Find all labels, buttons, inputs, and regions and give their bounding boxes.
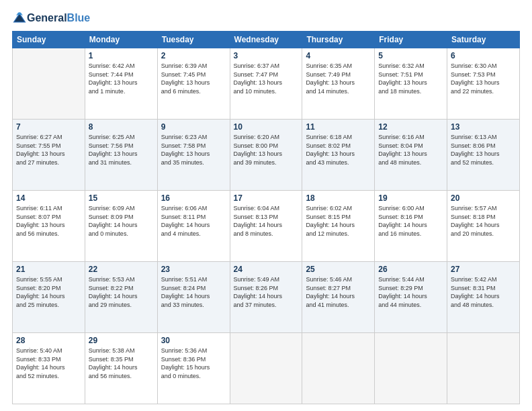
calendar-cell: 1Sunrise: 6:42 AMSunset: 7:44 PMDaylight… [85, 48, 157, 120]
calendar-cell: 5Sunrise: 6:32 AMSunset: 7:51 PMDaylight… [375, 48, 447, 120]
calendar-cell: 24Sunrise: 5:49 AMSunset: 8:26 PMDayligh… [230, 262, 302, 333]
calendar-week-2: 7Sunrise: 6:27 AMSunset: 7:55 PMDaylight… [13, 120, 520, 191]
day-info: Sunrise: 6:42 AMSunset: 7:44 PMDaylight:… [89, 62, 154, 95]
calendar-cell: 21Sunrise: 5:55 AMSunset: 8:20 PMDayligh… [13, 262, 85, 333]
calendar-header-row: SundayMondayTuesdayWednesdayThursdayFrid… [13, 32, 520, 48]
calendar-cell: 14Sunrise: 6:11 AMSunset: 8:07 PMDayligh… [13, 191, 85, 262]
day-number: 23 [161, 265, 226, 274]
day-info: Sunrise: 6:00 AMSunset: 8:16 PMDaylight:… [378, 204, 443, 238]
calendar-cell: 20Sunrise: 5:57 AMSunset: 8:18 PMDayligh… [447, 191, 520, 262]
day-info: Sunrise: 6:06 AMSunset: 8:11 PMDaylight:… [161, 204, 226, 238]
day-number: 15 [89, 193, 154, 203]
calendar-cell: 28Sunrise: 5:40 AMSunset: 8:33 PMDayligh… [13, 333, 85, 404]
day-info: Sunrise: 5:44 AMSunset: 8:29 PMDaylight:… [378, 275, 443, 309]
day-info: Sunrise: 6:09 AMSunset: 8:09 PMDaylight:… [89, 204, 154, 238]
logo-general: General [27, 12, 67, 24]
day-number: 6 [451, 51, 516, 60]
logo-icon [12, 11, 27, 26]
day-info: Sunrise: 6:39 AMSunset: 7:45 PMDaylight:… [161, 62, 226, 95]
day-header-friday: Friday [375, 32, 447, 48]
day-info: Sunrise: 5:38 AMSunset: 8:35 PMDaylight:… [89, 347, 154, 380]
calendar-cell: 26Sunrise: 5:44 AMSunset: 8:29 PMDayligh… [375, 262, 447, 333]
day-number: 10 [234, 122, 299, 132]
logo-blue-text: Blue [67, 12, 91, 24]
day-number: 7 [16, 122, 81, 132]
day-number: 18 [306, 193, 371, 203]
day-info: Sunrise: 6:27 AMSunset: 7:55 PMDaylight:… [16, 133, 81, 167]
calendar-cell: 8Sunrise: 6:25 AMSunset: 7:56 PMDaylight… [85, 120, 157, 191]
calendar-week-3: 14Sunrise: 6:11 AMSunset: 8:07 PMDayligh… [13, 191, 520, 262]
calendar-week-4: 21Sunrise: 5:55 AMSunset: 8:20 PMDayligh… [13, 262, 520, 333]
day-number: 2 [161, 51, 226, 60]
calendar-cell: 11Sunrise: 6:18 AMSunset: 8:02 PMDayligh… [302, 120, 375, 191]
day-info: Sunrise: 6:02 AMSunset: 8:15 PMDaylight:… [306, 204, 371, 238]
day-info: Sunrise: 6:13 AMSunset: 8:06 PMDaylight:… [451, 133, 516, 167]
calendar-cell: 23Sunrise: 5:51 AMSunset: 8:24 PMDayligh… [157, 262, 230, 333]
calendar-cell [302, 333, 375, 404]
calendar-cell: 2Sunrise: 6:39 AMSunset: 7:45 PMDaylight… [157, 48, 230, 120]
day-number: 28 [16, 336, 81, 345]
calendar-cell: 10Sunrise: 6:20 AMSunset: 8:00 PMDayligh… [230, 120, 302, 191]
day-number: 1 [89, 51, 154, 60]
day-info: Sunrise: 5:51 AMSunset: 8:24 PMDaylight:… [161, 275, 226, 309]
day-info: Sunrise: 6:25 AMSunset: 7:56 PMDaylight:… [89, 133, 154, 167]
day-number: 12 [378, 122, 443, 132]
day-info: Sunrise: 5:42 AMSunset: 8:31 PMDaylight:… [451, 275, 516, 309]
calendar-cell: 4Sunrise: 6:35 AMSunset: 7:49 PMDaylight… [302, 48, 375, 120]
calendar-week-5: 28Sunrise: 5:40 AMSunset: 8:33 PMDayligh… [13, 333, 520, 404]
header: GeneralBlue [12, 11, 520, 26]
calendar-cell: 29Sunrise: 5:38 AMSunset: 8:35 PMDayligh… [85, 333, 157, 404]
day-header-monday: Monday [85, 32, 157, 48]
day-info: Sunrise: 6:11 AMSunset: 8:07 PMDaylight:… [16, 204, 81, 238]
calendar-cell: 17Sunrise: 6:04 AMSunset: 8:13 PMDayligh… [230, 191, 302, 262]
day-info: Sunrise: 6:18 AMSunset: 8:02 PMDaylight:… [306, 133, 371, 167]
calendar-cell: 9Sunrise: 6:23 AMSunset: 7:58 PMDaylight… [157, 120, 230, 191]
calendar-cell: 12Sunrise: 6:16 AMSunset: 8:04 PMDayligh… [375, 120, 447, 191]
day-number: 27 [451, 265, 516, 274]
calendar-cell: 15Sunrise: 6:09 AMSunset: 8:09 PMDayligh… [85, 191, 157, 262]
day-number: 25 [306, 265, 371, 274]
day-info: Sunrise: 5:55 AMSunset: 8:20 PMDaylight:… [16, 275, 81, 309]
day-number: 17 [234, 193, 299, 203]
calendar-cell: 18Sunrise: 6:02 AMSunset: 8:15 PMDayligh… [302, 191, 375, 262]
calendar-cell: 22Sunrise: 5:53 AMSunset: 8:22 PMDayligh… [85, 262, 157, 333]
day-number: 14 [16, 193, 81, 203]
day-info: Sunrise: 6:35 AMSunset: 7:49 PMDaylight:… [306, 62, 371, 95]
day-number: 26 [378, 265, 443, 274]
day-number: 24 [234, 265, 299, 274]
day-number: 20 [451, 193, 516, 203]
day-header-thursday: Thursday [302, 32, 375, 48]
day-number: 4 [306, 51, 371, 60]
calendar-table: SundayMondayTuesdayWednesdayThursdayFrid… [12, 31, 520, 404]
day-number: 9 [161, 122, 226, 132]
day-header-wednesday: Wednesday [230, 32, 302, 48]
day-info: Sunrise: 5:40 AMSunset: 8:33 PMDaylight:… [16, 347, 81, 380]
day-number: 29 [89, 336, 154, 345]
day-info: Sunrise: 6:30 AMSunset: 7:53 PMDaylight:… [451, 62, 516, 95]
day-number: 5 [378, 51, 443, 60]
calendar-cell: 16Sunrise: 6:06 AMSunset: 8:11 PMDayligh… [157, 191, 230, 262]
day-number: 11 [306, 122, 371, 132]
calendar-cell [375, 333, 447, 404]
calendar-cell [13, 48, 85, 120]
day-header-saturday: Saturday [447, 32, 520, 48]
calendar-cell: 7Sunrise: 6:27 AMSunset: 7:55 PMDaylight… [13, 120, 85, 191]
day-info: Sunrise: 6:16 AMSunset: 8:04 PMDaylight:… [378, 133, 443, 167]
calendar-cell: 27Sunrise: 5:42 AMSunset: 8:31 PMDayligh… [447, 262, 520, 333]
day-header-sunday: Sunday [13, 32, 85, 48]
logo: GeneralBlue [12, 11, 90, 26]
calendar-cell: 6Sunrise: 6:30 AMSunset: 7:53 PMDaylight… [447, 48, 520, 120]
calendar-cell: 13Sunrise: 6:13 AMSunset: 8:06 PMDayligh… [447, 120, 520, 191]
day-info: Sunrise: 5:49 AMSunset: 8:26 PMDaylight:… [234, 275, 299, 309]
day-info: Sunrise: 6:23 AMSunset: 7:58 PMDaylight:… [161, 133, 226, 167]
calendar-cell: 30Sunrise: 5:36 AMSunset: 8:36 PMDayligh… [157, 333, 230, 404]
day-info: Sunrise: 6:20 AMSunset: 8:00 PMDaylight:… [234, 133, 299, 167]
day-header-tuesday: Tuesday [157, 32, 230, 48]
calendar-cell [447, 333, 520, 404]
calendar-cell [230, 333, 302, 404]
day-number: 13 [451, 122, 516, 132]
day-info: Sunrise: 6:04 AMSunset: 8:13 PMDaylight:… [234, 204, 299, 238]
day-info: Sunrise: 5:36 AMSunset: 8:36 PMDaylight:… [161, 347, 226, 380]
day-number: 19 [378, 193, 443, 203]
calendar-week-1: 1Sunrise: 6:42 AMSunset: 7:44 PMDaylight… [13, 48, 520, 120]
